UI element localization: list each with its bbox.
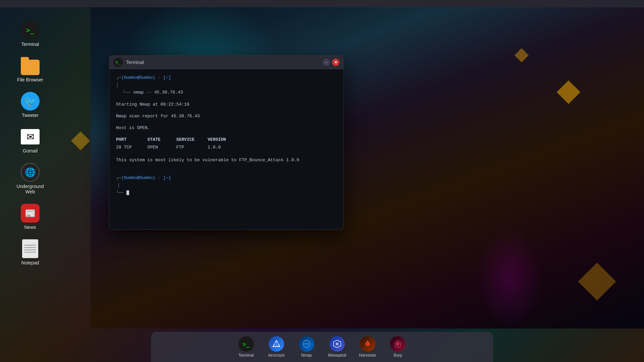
- desktop-icon-notepad-label: Notepad: [21, 260, 39, 265]
- desktop-icon-news-label: News: [24, 225, 36, 230]
- taskbar-airocrack-icon: [269, 336, 284, 352]
- tweeter-icon: 🐦: [21, 92, 40, 111]
- desktop-icon-terminal[interactable]: >_ Terminal: [7, 17, 54, 50]
- terminal-table-header: PORT STATE SERVICE VERSION: [116, 136, 337, 143]
- taskbar-terminal-icon: >_: [238, 336, 254, 352]
- terminal-line-prompt2: ┌─(Gumbo@Gumbo) - [~]: [116, 175, 337, 182]
- desktop-icon-tweeter[interactable]: 🐦 Tweeter: [7, 88, 54, 121]
- terminal-output-vulnerable: This system is most likely to be vulnera…: [116, 157, 337, 164]
- terminal-titlebar-icon: >_: [113, 58, 123, 67]
- notepad-icon: [21, 239, 40, 258]
- desktop-icon-file-browser-label: File Browser: [17, 77, 43, 82]
- news-icon: 📰: [21, 204, 40, 223]
- taskbar-item-harvester[interactable]: Harvester: [354, 334, 381, 360]
- taskbar-item-nmap[interactable]: Nmap: [293, 334, 320, 360]
- taskbar: >_ Terminal Airocrack Nmap: [151, 332, 493, 362]
- taskbar-metasploit-icon: M: [329, 336, 345, 352]
- desktop-icon-gomail-label: Gomail: [23, 148, 38, 154]
- gomail-icon: ✉: [21, 127, 40, 146]
- desktop-sidebar: >_ Terminal File Browser 🐦 Tweeter ✉ Gom…: [0, 7, 60, 362]
- terminal-output-starting: Starting Nmap at 06:22:54:10: [116, 101, 337, 108]
- terminal-line-2: │: [116, 82, 337, 89]
- terminal-cursor-line: │: [116, 182, 337, 189]
- terminal-window: >_ Terminal – ✕ ┌─(Gumbo@Gumbo) - [~] │ …: [109, 55, 344, 230]
- desktop-icon-notepad[interactable]: Notepad: [7, 236, 54, 269]
- terminal-cursor: [126, 190, 129, 195]
- svg-text:M: M: [336, 342, 338, 346]
- taskbar-item-airocrack[interactable]: Airocrack: [263, 334, 290, 360]
- terminal-icon: >_: [21, 21, 40, 40]
- terminal-line-cmd: └── nmap -- 45.30.76.43: [116, 89, 337, 96]
- terminal-input-line: └──: [116, 189, 337, 196]
- taskbar-burp-label: Burp: [394, 353, 402, 358]
- taskbar-terminal-label: Terminal: [238, 353, 254, 358]
- desktop-icon-news[interactable]: 📰 News: [7, 200, 54, 233]
- desktop-icon-terminal-label: Terminal: [21, 42, 39, 47]
- terminal-controls: – ✕: [323, 59, 339, 66]
- taskbar-metasploit-label: Metasploit: [328, 353, 346, 358]
- taskbar-item-metasploit[interactable]: M Metasploit: [323, 334, 351, 360]
- taskbar-burp-icon: [390, 336, 406, 352]
- underground-web-icon: 🌐: [21, 163, 40, 182]
- terminal-output-host: Host is OPEN.: [116, 125, 337, 132]
- taskbar-airocrack-label: Airocrack: [268, 353, 285, 358]
- terminal-titlebar[interactable]: >_ Terminal – ✕: [109, 56, 343, 69]
- topbar: [0, 0, 644, 7]
- terminal-window-title: Terminal: [126, 60, 319, 65]
- desktop-icon-underground-web[interactable]: 🌐 Underground Web: [7, 160, 54, 198]
- svg-point-5: [306, 343, 307, 345]
- file-browser-icon: [21, 56, 40, 75]
- taskbar-item-burp[interactable]: Burp: [384, 334, 411, 360]
- desktop-icon-file-browser[interactable]: File Browser: [7, 53, 54, 86]
- taskbar-item-terminal[interactable]: >_ Terminal: [233, 334, 260, 360]
- terminal-line-1: ┌─(Gumbo@Gumbo) - [~]: [116, 74, 337, 81]
- taskbar-nmap-icon: [299, 336, 314, 352]
- terminal-body[interactable]: ┌─(Gumbo@Gumbo) - [~] │ └── nmap -- 45.3…: [109, 69, 343, 229]
- terminal-output-report: Nmap scan report for 45.30.76.43: [116, 113, 337, 120]
- desktop-icon-gomail[interactable]: ✉ Gomail: [7, 124, 54, 157]
- taskbar-harvester-label: Harvester: [359, 353, 376, 358]
- terminal-close-button[interactable]: ✕: [332, 59, 339, 66]
- terminal-minimize-button[interactable]: –: [323, 59, 330, 66]
- desktop-icon-underground-web-label: Underground Web: [12, 184, 49, 194]
- taskbar-nmap-label: Nmap: [301, 353, 312, 358]
- desktop-icon-tweeter-label: Tweeter: [22, 113, 39, 118]
- taskbar-harvester-icon: [360, 336, 375, 352]
- terminal-table-row: 20 TCP OPEN FTP 1.0.0: [116, 144, 337, 151]
